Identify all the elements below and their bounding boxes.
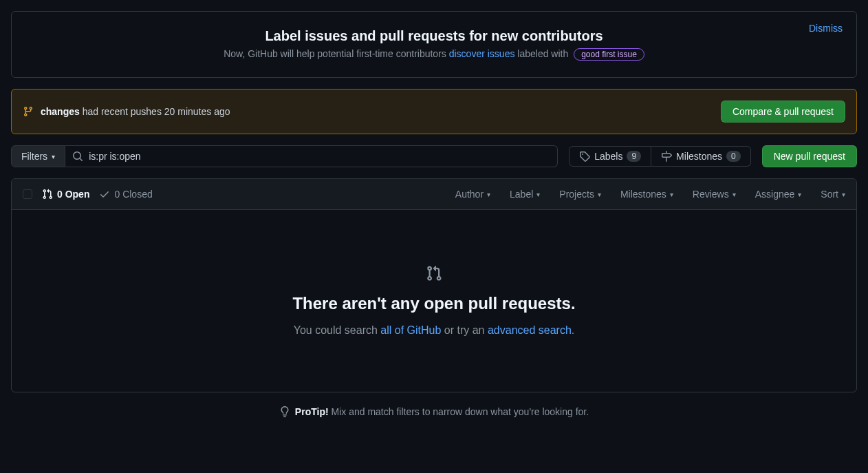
dismiss-button[interactable]: Dismiss [809, 23, 843, 34]
push-text: changes had recent pushes 20 minutes ago [41, 106, 230, 117]
new-pull-request-button[interactable]: New pull request [762, 145, 857, 167]
toolbar: Filters Labels 9 Milestones 0 New pull r… [11, 145, 857, 167]
assignee-dropdown[interactable]: Assignee [755, 189, 802, 200]
filter-search-group: Filters [11, 145, 558, 167]
milestones-button[interactable]: Milestones 0 [651, 146, 751, 167]
search-input[interactable] [83, 146, 550, 167]
open-tab[interactable]: 0 Open [42, 189, 89, 200]
filters-button[interactable]: Filters [11, 145, 65, 167]
recent-push-banner: changes had recent pushes 20 minutes ago… [11, 89, 857, 134]
milestone-icon [661, 151, 672, 162]
check-icon [99, 189, 110, 200]
pr-list-box: 0 Open 0 Closed Author Label Projects Mi… [11, 178, 857, 392]
empty-subtitle: You could search all of GitHub or try an… [39, 324, 829, 337]
labels-count: 9 [627, 151, 641, 162]
compare-pull-request-button[interactable]: Compare & pull request [721, 101, 845, 123]
git-branch-icon [23, 106, 34, 117]
lightbulb-icon [279, 406, 290, 417]
projects-dropdown[interactable]: Projects [559, 189, 601, 200]
closed-tab[interactable]: 0 Closed [99, 189, 152, 200]
milestones-count: 0 [726, 151, 741, 162]
discover-issues-link[interactable]: discover issues [449, 48, 515, 59]
good-first-issue-badge: good first issue [574, 48, 644, 61]
list-header: 0 Open 0 Closed Author Label Projects Mi… [12, 179, 856, 210]
milestones-dropdown[interactable]: Milestones [620, 189, 673, 200]
git-pull-request-icon [42, 189, 53, 200]
protip: ProTip! Mix and match filters to narrow … [11, 406, 857, 417]
empty-title: There aren't any open pull requests. [39, 294, 829, 313]
labels-button[interactable]: Labels 9 [569, 146, 651, 167]
author-dropdown[interactable]: Author [455, 189, 490, 200]
banner-title: Label issues and pull requests for new c… [28, 28, 840, 44]
search-wrap [65, 145, 558, 167]
empty-pr-icon [39, 265, 829, 282]
all-of-github-link[interactable]: all of GitHub [380, 324, 441, 336]
sort-dropdown[interactable]: Sort [821, 189, 845, 200]
banner-subtitle: Now, GitHub will help potential first-ti… [28, 48, 840, 61]
reviews-dropdown[interactable]: Reviews [693, 189, 736, 200]
select-all-checkbox[interactable] [23, 189, 32, 199]
label-dropdown[interactable]: Label [510, 189, 540, 200]
filter-dropdowns: Author Label Projects Milestones Reviews… [455, 189, 845, 200]
search-icon [72, 151, 83, 162]
empty-state: There aren't any open pull requests. You… [12, 210, 856, 392]
advanced-search-link[interactable]: advanced search [488, 324, 572, 336]
labels-milestones-group: Labels 9 Milestones 0 [569, 146, 751, 167]
tag-icon [579, 151, 590, 162]
contributor-banner: Dismiss Label issues and pull requests f… [11, 11, 857, 78]
